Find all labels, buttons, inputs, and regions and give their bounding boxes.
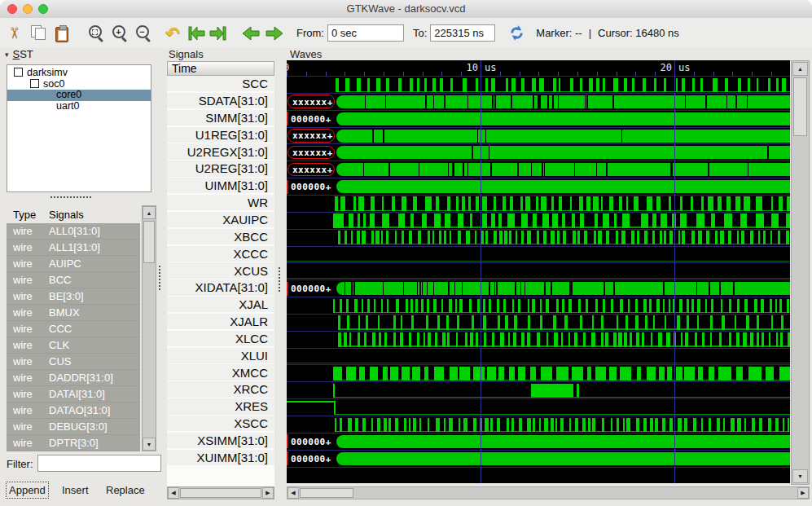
scrollbar-thumb[interactable] xyxy=(300,488,353,498)
wave-row-XLCC[interactable] xyxy=(287,331,790,348)
signal-label-SIMM[31:0][interactable]: SIMM[31:0] xyxy=(167,110,274,125)
scroll-right-arrow[interactable]: ▶ xyxy=(262,487,274,499)
to-input[interactable] xyxy=(430,24,495,42)
pane-resize-handle-left[interactable] xyxy=(159,266,160,290)
copy-icon[interactable] xyxy=(29,22,49,45)
filter-input[interactable] xyxy=(37,455,161,472)
wave-row-WR[interactable] xyxy=(287,195,790,212)
wave-row-SIMM[31:0][interactable]: 000000+ xyxy=(287,110,790,127)
signal-label-XRCC[interactable]: XRCC xyxy=(167,381,274,397)
signal-label-XCCC[interactable]: XCCC xyxy=(167,246,274,262)
checkbox[interactable] xyxy=(14,68,23,77)
checkbox[interactable] xyxy=(30,79,39,88)
signal-label-XLCC[interactable]: XLCC xyxy=(167,331,274,346)
paste-icon[interactable] xyxy=(52,22,72,45)
signal-label-XBCC[interactable]: XBCC xyxy=(167,229,274,244)
wire-row-DATAO[31:0][interactable]: wireDATAO[31:0] xyxy=(7,403,140,419)
signal-label-WR[interactable]: WR xyxy=(167,195,274,210)
wire-row-CLK[interactable]: wireCLK xyxy=(7,337,140,354)
wave-canvas[interactable]: 010us20us xxxxxx+000000+xxxxxx+xxxxxx+xx… xyxy=(287,60,790,483)
signal-label-XSCC[interactable]: XSCC xyxy=(167,416,274,431)
wire-row-BE[3:0][interactable]: wireBE[3:0] xyxy=(7,288,140,305)
signal-label-XMCC[interactable]: XMCC xyxy=(167,364,274,380)
wire-row-ALL1[31:0][interactable]: wireALL1[31:0] xyxy=(7,240,140,256)
pane-resize-handle-horizontal[interactable] xyxy=(50,196,91,198)
scroll-right-arrow[interactable]: ▶ xyxy=(797,487,809,499)
zoom-fit-icon[interactable] xyxy=(86,22,106,45)
wave-row-XRCC[interactable] xyxy=(287,381,790,398)
wave-row-UIMM[31:0][interactable]: 000000+ xyxy=(287,178,790,195)
tree-node-soc0[interactable]: soc0 xyxy=(7,79,151,90)
wave-row-XLUI[interactable] xyxy=(287,348,790,365)
move-left-icon[interactable] xyxy=(241,22,261,45)
signal-label-U1REG[31:0][interactable]: U1REG[31:0] xyxy=(167,127,274,143)
wire-row-BMUX[interactable]: wireBMUX xyxy=(7,305,140,321)
wave-row-XJALR[interactable] xyxy=(287,314,790,331)
wave-row-U2REGX[31:0][interactable]: xxxxxx+ xyxy=(287,143,790,161)
signal-label-XIDATA[31:0][interactable]: XIDATA[31:0] xyxy=(167,279,274,295)
wire-row-CCC[interactable]: wireCCC xyxy=(7,321,140,337)
wave-row-XCCC[interactable] xyxy=(287,246,790,263)
time-column-header[interactable]: Time xyxy=(167,61,274,76)
tree-node-core0[interactable]: core0 xyxy=(7,90,151,101)
move-right-icon[interactable] xyxy=(265,22,284,45)
signals-horizontal-scrollbar[interactable]: ◀ ▶ xyxy=(167,486,274,499)
reload-icon[interactable] xyxy=(507,22,526,45)
wave-row-XSIMM[31:0][interactable]: 000000+ xyxy=(287,433,790,450)
wave-vertical-scrollbar[interactable]: ▲ ▼ xyxy=(791,60,810,485)
wave-row-XMCC[interactable] xyxy=(287,364,790,381)
insert-button[interactable]: Insert xyxy=(59,482,91,498)
signal-label-XRES[interactable]: XRES xyxy=(167,398,274,414)
wire-row-DADDR[31:0][interactable]: wireDADDR[31:0] xyxy=(7,370,140,386)
scrollbar-thumb[interactable] xyxy=(143,221,155,263)
wave-row-SCC[interactable] xyxy=(287,76,790,93)
signal-label-XJALR[interactable]: XJALR xyxy=(167,314,274,329)
cut-icon[interactable]: ✂ xyxy=(5,22,24,45)
sst-tree[interactable]: darksimvsoc0core0uart0 xyxy=(7,64,151,192)
scroll-up-arrow[interactable]: ▲ xyxy=(143,206,156,219)
signal-label-XCUS[interactable]: XCUS xyxy=(167,262,274,278)
from-input[interactable] xyxy=(327,24,404,42)
signal-label-XJAL[interactable]: XJAL xyxy=(167,297,274,312)
shift-left-icon[interactable]: ↶ xyxy=(163,22,182,45)
minimize-button[interactable] xyxy=(23,4,33,14)
wire-row-CUS[interactable]: wireCUS xyxy=(7,354,140,370)
wire-row-BCC[interactable]: wireBCC xyxy=(7,272,140,288)
scroll-left-arrow[interactable]: ◀ xyxy=(168,487,179,499)
signal-label-UIMM[31:0][interactable]: UIMM[31:0] xyxy=(167,178,274,193)
wave-row-XUIMM[31:0][interactable]: 000000+ xyxy=(287,450,790,467)
close-button[interactable] xyxy=(7,4,17,14)
wire-list-scrollbar[interactable]: ▲ ▼ xyxy=(142,205,156,451)
wire-row-DEBUG[3:0][interactable]: wireDEBUG[3:0] xyxy=(7,419,140,435)
wave-row-XBCC[interactable] xyxy=(287,229,790,246)
wire-row-ALL0[31:0][interactable]: wireALL0[31:0] xyxy=(7,223,140,240)
scrollbar-thumb[interactable] xyxy=(793,77,807,136)
tree-node-darksimv[interactable]: darksimv xyxy=(7,68,151,79)
signal-label-U2REG[31:0][interactable]: U2REG[31:0] xyxy=(167,161,274,176)
signal-label-XUIMM[31:0][interactable]: XUIMM[31:0] xyxy=(167,450,274,465)
zoom-in-icon[interactable]: + xyxy=(110,22,129,45)
scroll-up-arrow[interactable]: ▲ xyxy=(792,62,808,76)
fetch-to-end-icon[interactable] xyxy=(208,22,228,45)
signal-label-SDATA[31:0][interactable]: SDATA[31:0] xyxy=(167,93,274,108)
signal-label-XAUIPC[interactable]: XAUIPC xyxy=(167,212,274,227)
zoom-out-icon[interactable]: − xyxy=(134,22,153,45)
pane-resize-handle-right[interactable] xyxy=(279,267,280,292)
fetch-to-start-icon[interactable] xyxy=(187,22,206,45)
wave-horizontal-scrollbar[interactable]: ◀ ▶ xyxy=(287,486,810,499)
wire-row-DPTR[3:0][interactable]: wireDPTR[3:0] xyxy=(7,435,140,451)
wave-row-XAUIPC[interactable] xyxy=(287,212,790,229)
wave-row-XJAL[interactable] xyxy=(287,297,790,314)
sst-header[interactable]: ▾ SST xyxy=(5,48,33,60)
signal-label-U2REGX[31:0][interactable]: U2REGX[31:0] xyxy=(167,143,274,159)
scrollbar-thumb[interactable] xyxy=(180,488,261,498)
signal-label-XSIMM[31:0][interactable]: XSIMM[31:0] xyxy=(167,433,274,448)
scroll-down-arrow[interactable]: ▼ xyxy=(143,438,156,451)
append-button[interactable]: Append xyxy=(7,482,48,498)
wave-row-U2REG[31:0][interactable]: xxxxxx+ xyxy=(287,161,790,178)
signal-label-SCC[interactable]: SCC xyxy=(167,76,274,91)
wire-row-DATAI[31:0][interactable]: wireDATAI[31:0] xyxy=(7,386,140,403)
scroll-down-arrow[interactable]: ▼ xyxy=(792,469,808,483)
wave-row-XSCC[interactable] xyxy=(287,416,790,433)
wave-row-SDATA[31:0][interactable]: xxxxxx+ xyxy=(287,93,790,110)
